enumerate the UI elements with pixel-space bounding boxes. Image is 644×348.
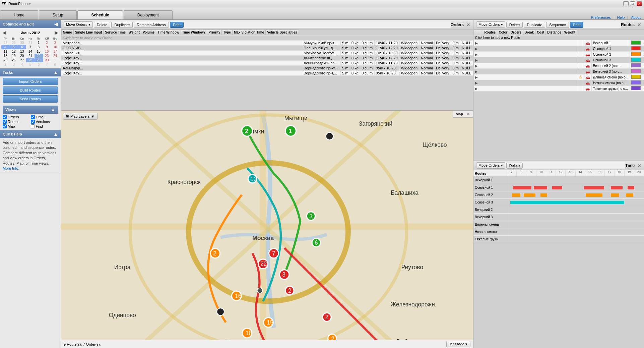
cal-day[interactable]: 20 [18,54,26,58]
map-close-btn[interactable]: ✕ [466,111,470,117]
view-orders-check[interactable] [3,115,7,119]
rematch-address-button[interactable]: Rematch Address [134,22,169,28]
preferences-link[interactable]: Preferences [591,15,611,19]
cal-day[interactable]: 15 [35,49,43,54]
routes-add-row[interactable]: Click here to add a new Route [474,36,644,40]
send-routes-button[interactable]: Send Routes [3,95,58,103]
cal-next-btn[interactable]: ▶ [55,30,58,35]
cal-day[interactable]: 12 [10,49,18,54]
cal-day[interactable]: 9 [43,45,51,49]
cal-day[interactable]: 31 [26,41,35,45]
orders-row[interactable]: Кофе Хау...Дмитровское ш.,...5 m0 kg0 cu… [61,56,473,61]
map-layers-button[interactable]: ⊞ Map Layers ▼ [63,113,98,120]
orders-row[interactable]: Компания...Москва,ул.Толбух...5 m0 kg0 c… [61,51,473,56]
routes-close-btn[interactable]: ✕ [637,22,641,27]
orders-row[interactable]: Альмадор...Вернадского пр-кт,...5 m0 kg0… [61,66,473,71]
cal-day[interactable]: 2 [1,62,10,67]
help-link[interactable]: Help [617,15,625,19]
cal-day[interactable]: 4 [18,62,26,67]
cal-day[interactable]: 24 [51,54,59,58]
cal-day[interactable]: 22 [35,54,43,58]
routes-duplicate-button[interactable]: Duplicate [524,22,545,28]
orders-row[interactable]: Кофе Хау...Вернадского пр-т,...5 m0 kg0 … [61,71,473,76]
time-delete-button[interactable]: Delete [506,163,523,169]
close-button[interactable]: ✕ [637,1,642,6]
more-info-link[interactable]: More Info. [3,166,19,170]
time-close-btn[interactable]: ✕ [637,163,641,168]
cal-day[interactable]: 16 [43,49,51,54]
cal-day[interactable]: 18 [1,54,10,58]
cal-day[interactable]: 28 [1,41,10,45]
orders-row[interactable]: ООО 'ДИВ...Планирная ул., д...5 m0 kg0 c… [61,46,473,51]
tab-setup[interactable]: Setup [39,10,77,19]
cal-day[interactable]: 13 [18,49,26,54]
routes-row[interactable]: ▶🚗Вечерний 2 (no o...0No breaks0,00р.0 k… [474,63,644,69]
cal-day[interactable]: 6 [35,62,43,67]
view-find-check[interactable] [31,124,35,128]
about-link[interactable]: About [631,15,641,19]
cal-day[interactable]: 26 [10,58,18,62]
cal-day[interactable]: 19 [10,54,18,58]
routes-row[interactable]: ▶⚠🚗Длинная смена (no o...0No breaks0,00р… [474,74,644,80]
cal-day[interactable]: 3 [51,41,59,45]
view-routes-check[interactable] [3,120,7,124]
tab-deployment[interactable]: Deployment [124,10,173,19]
cal-day[interactable]: 7 [26,45,35,49]
cal-day[interactable]: 29 [10,41,18,45]
orders-add-row[interactable]: Click here to add a new Order [61,36,473,41]
message-button[interactable]: Message ▾ [446,341,470,347]
cal-day[interactable]: 23 [43,54,51,58]
cal-day[interactable]: 3 [10,62,18,67]
routes-print-button[interactable]: Print [570,22,584,28]
cal-day[interactable]: 1 [35,41,43,45]
duplicate-orders-button[interactable]: Duplicate [111,22,133,28]
views-collapse-btn[interactable]: ▲ [51,107,55,112]
cal-day[interactable]: 30 [43,58,51,62]
cal-day[interactable]: 14 [26,49,35,54]
orders-table-scroll[interactable]: NameSingle Line InputService TimeWeightV… [61,30,473,110]
minimize-button[interactable]: ─ [623,1,629,6]
import-orders-button[interactable]: Import Orders [3,78,58,85]
tab-home[interactable]: Home [0,10,38,19]
tab-schedule[interactable]: Schedule [77,10,123,19]
routes-delete-button[interactable]: Delete [506,22,523,28]
delete-orders-button[interactable]: Delete [94,22,111,28]
cal-day[interactable]: 27 [18,58,26,62]
routes-sequence-button[interactable]: Sequence [546,22,569,28]
cal-day[interactable]: 17 [51,49,59,54]
move-orders-button[interactable]: Move Orders ▾ [64,21,93,28]
routes-row[interactable]: ▶🚗Вечерний 18No breaks5 631,23р.94,4 km0… [474,40,644,46]
quickhelp-collapse-btn[interactable]: ▲ [53,131,58,137]
cal-day[interactable]: 5 [10,45,18,49]
routes-row[interactable]: ▶🚗Тяжелые грузы (no o...0No breaks0,00р.… [474,86,644,92]
cal-day[interactable]: 2 [43,41,51,45]
cal-day[interactable]: 11 [1,49,10,54]
view-versions-check[interactable] [31,120,35,124]
routes-row[interactable]: ▶🚗Основной 124No breaks6 408,07р.203,41 … [474,46,644,52]
sidebar-collapse-btn[interactable]: ◀ [54,21,58,27]
cal-day[interactable]: 6 [18,45,26,49]
view-time-check[interactable] [31,115,35,119]
orders-row[interactable]: Кофе Хау...Ленинградский пр...5 m0 kg0 c… [61,61,473,66]
time-rows-container[interactable]: Вечерний 1Основной 1Основной 2Основной 3… [473,177,644,348]
cal-day[interactable]: 29 [35,58,43,62]
cal-day[interactable]: 1 [51,58,59,62]
print-orders-button[interactable]: Print [170,22,184,28]
cal-day[interactable]: 7 [43,62,51,67]
cal-day[interactable]: 5 [26,62,35,67]
map-background[interactable]: Мытищи Химки Красногорск Истра Балашиха … [61,111,473,348]
cal-day[interactable]: 8 [51,62,59,67]
routes-row[interactable]: ▶🚗Основной 225No breaks6 118,55р.152,32 … [474,52,644,57]
cal-day[interactable]: 21 [26,54,35,58]
routes-row[interactable]: ▶🚗Ночная смена (no o...0No breaks0,00р.0… [474,80,644,86]
orders-row[interactable]: Метропол...Мичуринский пр-т...5 m0 kg0 c… [61,41,473,46]
routes-move-orders-button[interactable]: Move Orders ▾ [476,21,505,28]
cal-day[interactable]: 4 [1,45,10,49]
cal-day[interactable]: 10 [51,45,59,49]
maximize-button[interactable]: □ [630,1,635,6]
cal-day[interactable]: 30 [18,41,26,45]
tasks-collapse-btn[interactable]: ▲ [53,70,58,75]
cal-day[interactable]: 25 [1,58,10,62]
cal-day[interactable]: 28 [26,58,35,62]
cal-prev-btn[interactable]: ◀ [3,30,6,35]
